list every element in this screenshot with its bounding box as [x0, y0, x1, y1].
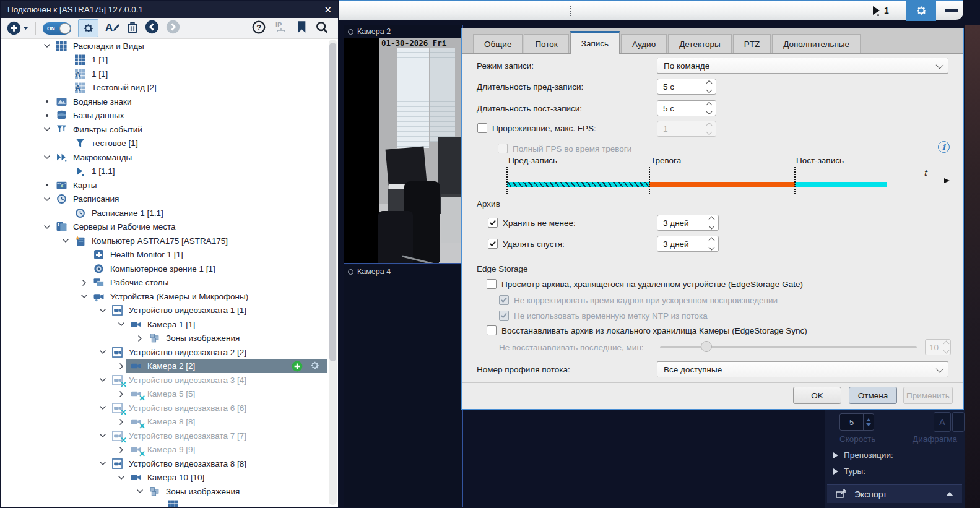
minimize-icon[interactable] — [945, 9, 958, 12]
tree-item-body[interactable]: Расписания — [52, 192, 327, 207]
back-button[interactable] — [145, 20, 159, 37]
tree-item-body[interactable]: Зоны изображения — [145, 484, 327, 499]
pre-record-stepper[interactable]: 5 с — [657, 79, 716, 95]
checkbox-checked[interactable] — [488, 239, 498, 249]
tree-item[interactable]: 1 [1] — [1, 53, 327, 67]
expander-icon[interactable] — [42, 111, 52, 121]
expander-icon[interactable] — [135, 334, 145, 343]
checkbox-unchecked[interactable] — [487, 325, 497, 335]
tree-item-body[interactable]: ✕Камера 5 [5] — [126, 387, 327, 402]
tree-item[interactable]: ✕Камера 5 [5] — [1, 387, 327, 402]
up-arrow-icon[interactable] — [706, 80, 712, 87]
tree-item[interactable]: ✕Камера 9 [9] — [1, 443, 327, 457]
tree-item-body[interactable]: Рабочие столы — [89, 276, 327, 290]
checkbox-checked[interactable] — [488, 218, 498, 228]
tree-item-body[interactable]: 1 [1] — [71, 53, 327, 67]
tree-item-body[interactable]: Макрокоманды — [52, 150, 327, 165]
add-camera-icon[interactable] — [292, 361, 303, 372]
expander-icon[interactable] — [42, 124, 52, 134]
info-icon[interactable]: i — [938, 141, 950, 153]
tree-item-body[interactable]: Карты — [52, 178, 327, 192]
presets-expander[interactable]: Препозиции: — [833, 450, 957, 460]
expander-icon[interactable] — [42, 97, 52, 106]
tree-item[interactable]: Устройство видеозахвата 1 [1] — [1, 304, 327, 318]
window-title-bar[interactable]: Подключен к [ASTRA175] 127.0.0.1 ✕ — [1, 1, 338, 18]
tree-item-body[interactable]: ✕Устройство видеозахвата 3 [4] — [108, 373, 327, 387]
iris-auto-button[interactable]: А — [934, 412, 951, 432]
tree-item-body[interactable] — [163, 499, 327, 507]
tree-item[interactable]: Устройства (Камеры и Микрофоны) — [1, 290, 327, 304]
expander-icon[interactable] — [79, 278, 89, 288]
down-arrow-icon[interactable] — [866, 423, 871, 426]
expander-icon[interactable] — [116, 417, 126, 427]
tree-item[interactable]: Компьютер ASTRA175 [ASTRA175] — [1, 234, 327, 248]
cancel-button[interactable]: Отмена — [849, 387, 897, 404]
up-arrow-icon[interactable] — [706, 102, 712, 108]
tab-record[interactable]: Запись — [570, 31, 620, 54]
tree-item[interactable] — [1, 499, 327, 507]
tree-item-body[interactable]: Расписание 1 [1.1] — [71, 206, 327, 220]
expander-icon[interactable] — [116, 445, 126, 455]
up-arrow-icon[interactable] — [708, 217, 714, 223]
tree-item[interactable]: Расписания — [1, 192, 327, 207]
tree-item[interactable]: ✕Камера 8 [8] — [1, 415, 327, 429]
camera-tile-4[interactable]: Камера 4 — [344, 265, 463, 507]
keep-min-checkbox-row[interactable]: Хранить не менее: — [488, 217, 576, 228]
expander-icon[interactable] — [61, 166, 71, 176]
drag-handle-icon[interactable] — [570, 6, 571, 16]
tree-item-body[interactable]: Камера 1 [1] — [126, 317, 327, 332]
tab-ptz[interactable]: PTZ — [733, 34, 771, 53]
add-button[interactable] — [7, 21, 28, 35]
help-button[interactable]: ? — [252, 20, 266, 37]
tree-item-body[interactable]: ✕Устройство видеозахвата 6 [6] — [108, 401, 327, 415]
tree-item[interactable]: Камера 10 [10] — [1, 471, 327, 485]
tree-item-body[interactable]: тестовое [1] — [71, 137, 327, 151]
up-arrow-icon[interactable] — [866, 418, 871, 421]
tours-expander[interactable]: Туры: — [833, 467, 957, 476]
tree-item[interactable]: ✕Устройство видеозахвата 7 [7] — [1, 429, 327, 443]
expander-icon[interactable] — [98, 403, 108, 413]
tree-item[interactable]: AТестовый вид [2] — [1, 81, 327, 95]
tree-item[interactable]: Зоны изображения — [1, 484, 327, 499]
tab-general[interactable]: Общие — [473, 34, 523, 53]
down-arrow-icon[interactable] — [708, 223, 714, 230]
expander-icon[interactable] — [79, 264, 89, 273]
camera-settings-icon[interactable] — [310, 360, 320, 372]
tree-item[interactable]: Раскладки и Виды — [1, 39, 327, 53]
edge-sync-checkbox-row[interactable]: Восстанавливать архив из локального хран… — [487, 325, 807, 336]
tree-item[interactable]: Health Monitor 1 [1] — [1, 248, 327, 262]
expander-icon[interactable] — [79, 250, 89, 260]
tree-item-body[interactable]: Серверы и Рабочие места — [52, 220, 327, 235]
tree-item-body[interactable]: Фильтры событий — [52, 123, 327, 137]
tree-item-body[interactable]: Камера 2 [2] — [126, 359, 327, 374]
down-arrow-icon[interactable] — [706, 87, 712, 93]
expander-icon[interactable] — [98, 347, 108, 357]
expander-icon[interactable] — [98, 375, 108, 385]
scrollbar-thumb[interactable] — [329, 43, 336, 361]
tree-item[interactable]: Карты — [1, 178, 327, 192]
tree-item-body[interactable]: Устройство видеозахвата 8 [8] — [108, 457, 327, 471]
tree-item[interactable]: 1 [1.1] — [1, 165, 327, 179]
tree-item-body[interactable]: Камера 10 [10] — [126, 471, 327, 485]
collapse-up-icon[interactable] — [946, 492, 953, 496]
stepper-arrows[interactable] — [863, 414, 874, 430]
export-bar[interactable]: Экспорт — [827, 484, 962, 503]
tree-item[interactable]: Камера 2 [2] — [1, 359, 327, 374]
tree-item-body[interactable]: Зоны изображения — [145, 332, 327, 346]
tree-item-body[interactable]: Health Monitor 1 [1] — [89, 248, 327, 262]
checkbox-unchecked[interactable] — [477, 123, 487, 133]
expander-icon[interactable] — [116, 389, 126, 399]
camera-tile-2[interactable]: Камера 2 01-30-2026 Fri — [344, 25, 463, 264]
ptz-speed-stepper[interactable]: 5 — [839, 413, 874, 431]
tree-item[interactable]: Устройство видеозахвата 8 [8] — [1, 457, 327, 471]
expander-icon[interactable] — [98, 458, 108, 468]
tree-item[interactable]: Водяные знаки — [1, 95, 327, 109]
tab-additional[interactable]: Дополнительные — [772, 34, 861, 53]
rename-button[interactable]: A — [105, 21, 120, 36]
bookmark-button[interactable] — [297, 20, 307, 36]
tree-item[interactable]: Рабочие столы — [1, 276, 327, 290]
delete-after-checkbox-row[interactable]: Удалять спустя: — [488, 238, 565, 249]
tree-item[interactable]: Зоны изображения — [1, 332, 327, 346]
up-arrow-icon[interactable] — [708, 238, 714, 244]
tree-item[interactable]: ✕Устройство видеозахвата 6 [6] — [1, 401, 327, 415]
